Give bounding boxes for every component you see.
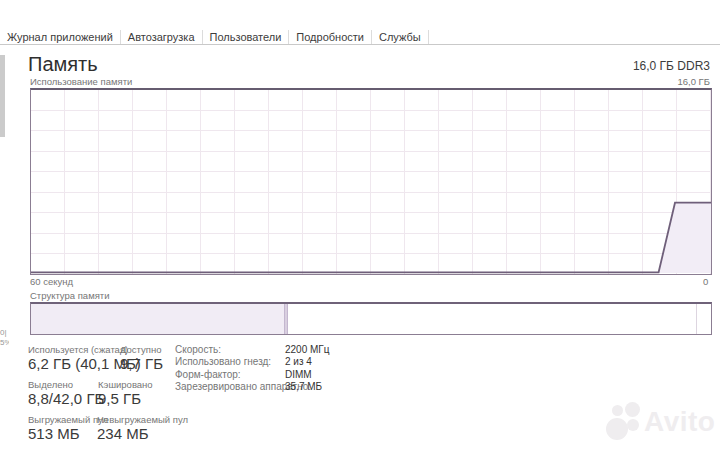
stat-label-5: Невыгружаемый пул: [97, 414, 188, 425]
hw-value-1: 2 из 4: [285, 356, 312, 367]
stat-value-5: 234 МБ: [97, 425, 149, 442]
memory-capacity-label: 16,0 ГБ DDR3: [633, 59, 710, 73]
usage-chart-max-label: 16,0 ГБ: [677, 76, 710, 87]
hw-label-0: Скорость:: [175, 344, 221, 355]
cropped-sidebar-strip: [0, 55, 5, 137]
composition-label: Структура памяти: [30, 290, 109, 301]
stat-label-3: Кэшировано: [98, 379, 153, 390]
usage-graph: [31, 90, 711, 274]
chart-axis-right-label: 0: [703, 276, 708, 287]
stat-value-4: 513 МБ: [28, 425, 80, 442]
stat-value-2: 8,8/42,0 ГБ: [28, 390, 104, 407]
hw-value-2: DIMM: [285, 369, 312, 380]
avito-logo-circle: [606, 418, 628, 440]
hw-value-0: 2200 МГц: [285, 344, 330, 355]
hw-label-2: Форм-фактор:: [175, 369, 241, 380]
avito-logo-circle: [625, 402, 640, 417]
composition-in-use-segment[interactable]: [31, 304, 284, 334]
tab-0[interactable]: Журнал приложений: [0, 30, 121, 44]
stat-value-3: 9,5 ГБ: [98, 390, 141, 407]
memory-usage-chart[interactable]: [30, 88, 712, 275]
hw-label-1: Использовано гнезд:: [175, 356, 271, 367]
tab-bar: Журнал приложенийАвтозагрузкаПользовател…: [0, 29, 720, 45]
avito-watermark-text: Avito: [644, 406, 715, 438]
chart-axis-left-label: 60 секунд: [30, 276, 73, 287]
tab-2[interactable]: Пользователи: [203, 30, 290, 44]
memory-composition-bar[interactable]: [30, 302, 712, 335]
usage-chart-label: Использование памяти: [30, 76, 132, 87]
avito-logo-circle: [627, 419, 639, 431]
page-title: Память: [28, 53, 98, 76]
tab-1[interactable]: Автозагрузка: [121, 30, 203, 44]
composition-free-segment[interactable]: [288, 304, 711, 334]
tab-3[interactable]: Подробности: [289, 30, 372, 44]
stat-label-0: Используется (сжатая): [28, 344, 128, 355]
stat-label-2: Выделено: [28, 379, 73, 390]
hw-value-3: 35,7 МБ: [285, 381, 322, 392]
avito-watermark: Avito: [600, 398, 716, 446]
tab-4[interactable]: Службы: [372, 30, 429, 44]
stat-value-1: 9,7 ГБ: [120, 355, 163, 372]
edge-fragment-0: 0|: [0, 328, 9, 337]
stat-label-1: Доступно: [120, 344, 161, 355]
composition-modified-line: [696, 304, 697, 334]
avito-logo-circle: [612, 405, 623, 416]
edge-fragment-1: 5%: [0, 338, 9, 347]
